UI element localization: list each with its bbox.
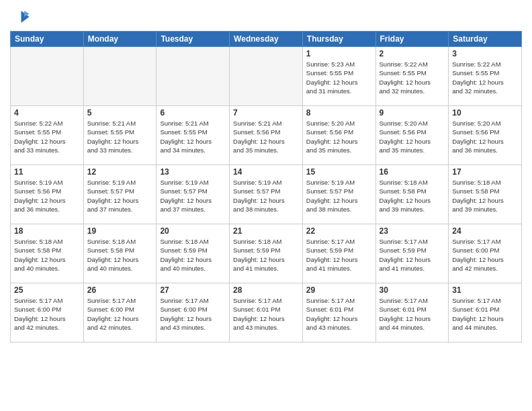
calendar-day-cell: 18Sunrise: 5:18 AM Sunset: 5:58 PM Dayli…	[11, 224, 84, 283]
day-number: 20	[160, 226, 226, 236]
calendar-day-cell: 21Sunrise: 5:18 AM Sunset: 5:59 PM Dayli…	[230, 224, 303, 283]
day-number: 7	[233, 108, 299, 118]
calendar-day-cell: 3Sunrise: 5:22 AM Sunset: 5:55 PM Daylig…	[449, 47, 522, 106]
calendar-header: SundayMondayTuesdayWednesdayThursdayFrid…	[11, 32, 522, 47]
day-info: Sunrise: 5:22 AM Sunset: 5:55 PM Dayligh…	[14, 119, 80, 154]
calendar-day-cell: 7Sunrise: 5:21 AM Sunset: 5:56 PM Daylig…	[230, 106, 303, 165]
calendar-week-row: 4Sunrise: 5:22 AM Sunset: 5:55 PM Daylig…	[11, 106, 522, 165]
day-number: 27	[160, 285, 226, 295]
calendar-day-cell	[83, 47, 157, 106]
day-number: 1	[306, 49, 372, 58]
calendar-day-cell: 8Sunrise: 5:20 AM Sunset: 5:56 PM Daylig…	[302, 106, 375, 165]
day-number: 6	[160, 108, 226, 118]
day-info: Sunrise: 5:18 AM Sunset: 5:58 PM Dayligh…	[452, 178, 518, 214]
day-number: 13	[160, 167, 226, 177]
calendar-day-cell: 27Sunrise: 5:17 AM Sunset: 6:00 PM Dayli…	[157, 283, 230, 342]
calendar-table: SundayMondayTuesdayWednesdayThursdayFrid…	[10, 31, 522, 342]
day-info: Sunrise: 5:17 AM Sunset: 6:00 PM Dayligh…	[87, 296, 153, 332]
calendar-body: 1Sunrise: 5:23 AM Sunset: 5:55 PM Daylig…	[11, 47, 522, 342]
day-info: Sunrise: 5:21 AM Sunset: 5:55 PM Dayligh…	[160, 119, 226, 154]
calendar-day-cell: 13Sunrise: 5:19 AM Sunset: 5:57 PM Dayli…	[157, 165, 230, 224]
day-number: 19	[87, 226, 153, 236]
day-info: Sunrise: 5:17 AM Sunset: 6:01 PM Dayligh…	[380, 296, 445, 332]
day-info: Sunrise: 5:20 AM Sunset: 5:56 PM Dayligh…	[380, 119, 445, 154]
day-number: 21	[233, 226, 299, 236]
day-info: Sunrise: 5:17 AM Sunset: 6:00 PM Dayligh…	[14, 296, 80, 332]
day-number: 15	[306, 167, 372, 177]
day-number: 2	[380, 49, 445, 58]
calendar-day-cell: 19Sunrise: 5:18 AM Sunset: 5:58 PM Dayli…	[83, 224, 157, 283]
calendar-day-cell: 20Sunrise: 5:18 AM Sunset: 5:59 PM Dayli…	[157, 224, 230, 283]
day-info: Sunrise: 5:19 AM Sunset: 5:57 PM Dayligh…	[87, 178, 153, 214]
day-number: 25	[14, 285, 80, 295]
logo	[10, 7, 33, 27]
calendar-week-row: 1Sunrise: 5:23 AM Sunset: 5:55 PM Daylig…	[11, 47, 522, 106]
calendar-day-cell: 10Sunrise: 5:20 AM Sunset: 5:56 PM Dayli…	[449, 106, 522, 165]
day-number: 12	[87, 167, 153, 177]
day-number: 30	[380, 285, 445, 295]
day-number: 29	[306, 285, 372, 295]
calendar-day-cell: 23Sunrise: 5:17 AM Sunset: 5:59 PM Dayli…	[375, 224, 449, 283]
day-info: Sunrise: 5:21 AM Sunset: 5:55 PM Dayligh…	[87, 119, 153, 154]
weekday-header: Wednesday	[230, 32, 303, 47]
day-number: 9	[380, 108, 445, 118]
day-info: Sunrise: 5:21 AM Sunset: 5:56 PM Dayligh…	[233, 119, 299, 154]
day-number: 24	[452, 226, 518, 236]
calendar-day-cell	[230, 47, 303, 106]
logo-icon	[10, 7, 30, 27]
day-info: Sunrise: 5:19 AM Sunset: 5:57 PM Dayligh…	[233, 178, 299, 214]
day-info: Sunrise: 5:18 AM Sunset: 5:58 PM Dayligh…	[87, 237, 153, 273]
day-number: 11	[14, 167, 80, 177]
calendar-week-row: 11Sunrise: 5:19 AM Sunset: 5:56 PM Dayli…	[11, 165, 522, 224]
calendar-day-cell: 14Sunrise: 5:19 AM Sunset: 5:57 PM Dayli…	[230, 165, 303, 224]
calendar-day-cell: 28Sunrise: 5:17 AM Sunset: 6:01 PM Dayli…	[230, 283, 303, 342]
weekday-header: Tuesday	[157, 32, 230, 47]
calendar-week-row: 25Sunrise: 5:17 AM Sunset: 6:00 PM Dayli…	[11, 283, 522, 342]
day-info: Sunrise: 5:19 AM Sunset: 5:57 PM Dayligh…	[160, 178, 226, 214]
calendar-day-cell: 29Sunrise: 5:17 AM Sunset: 6:01 PM Dayli…	[302, 283, 375, 342]
header	[10, 7, 522, 27]
calendar-day-cell: 1Sunrise: 5:23 AM Sunset: 5:55 PM Daylig…	[302, 47, 375, 106]
day-info: Sunrise: 5:20 AM Sunset: 5:56 PM Dayligh…	[306, 119, 372, 154]
calendar-day-cell	[157, 47, 230, 106]
calendar-day-cell: 22Sunrise: 5:17 AM Sunset: 5:59 PM Dayli…	[302, 224, 375, 283]
day-number: 10	[452, 108, 518, 118]
weekday-row: SundayMondayTuesdayWednesdayThursdayFrid…	[11, 32, 522, 47]
day-info: Sunrise: 5:18 AM Sunset: 5:58 PM Dayligh…	[14, 237, 80, 273]
calendar-day-cell: 15Sunrise: 5:19 AM Sunset: 5:57 PM Dayli…	[302, 165, 375, 224]
day-info: Sunrise: 5:18 AM Sunset: 5:59 PM Dayligh…	[160, 237, 226, 273]
calendar-day-cell: 24Sunrise: 5:17 AM Sunset: 6:00 PM Dayli…	[449, 224, 522, 283]
day-info: Sunrise: 5:19 AM Sunset: 5:56 PM Dayligh…	[14, 178, 80, 214]
calendar-day-cell: 17Sunrise: 5:18 AM Sunset: 5:58 PM Dayli…	[449, 165, 522, 224]
calendar-day-cell: 5Sunrise: 5:21 AM Sunset: 5:55 PM Daylig…	[83, 106, 157, 165]
calendar-day-cell: 26Sunrise: 5:17 AM Sunset: 6:00 PM Dayli…	[83, 283, 157, 342]
page-container: SundayMondayTuesdayWednesdayThursdayFrid…	[0, 0, 532, 411]
calendar-day-cell: 4Sunrise: 5:22 AM Sunset: 5:55 PM Daylig…	[11, 106, 84, 165]
day-info: Sunrise: 5:17 AM Sunset: 5:59 PM Dayligh…	[306, 237, 372, 273]
day-number: 5	[87, 108, 153, 118]
calendar-day-cell	[11, 47, 84, 106]
day-info: Sunrise: 5:17 AM Sunset: 6:00 PM Dayligh…	[160, 296, 226, 332]
calendar-day-cell: 9Sunrise: 5:20 AM Sunset: 5:56 PM Daylig…	[375, 106, 449, 165]
day-number: 14	[233, 167, 299, 177]
day-info: Sunrise: 5:22 AM Sunset: 5:55 PM Dayligh…	[380, 60, 445, 95]
weekday-header: Friday	[375, 32, 449, 47]
calendar-day-cell: 2Sunrise: 5:22 AM Sunset: 5:55 PM Daylig…	[375, 47, 449, 106]
calendar-day-cell: 11Sunrise: 5:19 AM Sunset: 5:56 PM Dayli…	[11, 165, 84, 224]
day-info: Sunrise: 5:23 AM Sunset: 5:55 PM Dayligh…	[306, 60, 372, 95]
day-info: Sunrise: 5:20 AM Sunset: 5:56 PM Dayligh…	[452, 119, 518, 154]
weekday-header: Thursday	[302, 32, 375, 47]
day-number: 23	[380, 226, 445, 236]
day-number: 8	[306, 108, 372, 118]
calendar-day-cell: 6Sunrise: 5:21 AM Sunset: 5:55 PM Daylig…	[157, 106, 230, 165]
calendar-week-row: 18Sunrise: 5:18 AM Sunset: 5:58 PM Dayli…	[11, 224, 522, 283]
calendar-day-cell: 31Sunrise: 5:17 AM Sunset: 6:01 PM Dayli…	[449, 283, 522, 342]
day-number: 28	[233, 285, 299, 295]
day-info: Sunrise: 5:22 AM Sunset: 5:55 PM Dayligh…	[452, 60, 518, 95]
weekday-header: Saturday	[449, 32, 522, 47]
day-number: 22	[306, 226, 372, 236]
day-info: Sunrise: 5:17 AM Sunset: 6:01 PM Dayligh…	[452, 296, 518, 332]
day-info: Sunrise: 5:19 AM Sunset: 5:57 PM Dayligh…	[306, 178, 372, 214]
calendar-day-cell: 25Sunrise: 5:17 AM Sunset: 6:00 PM Dayli…	[11, 283, 84, 342]
day-number: 18	[14, 226, 80, 236]
